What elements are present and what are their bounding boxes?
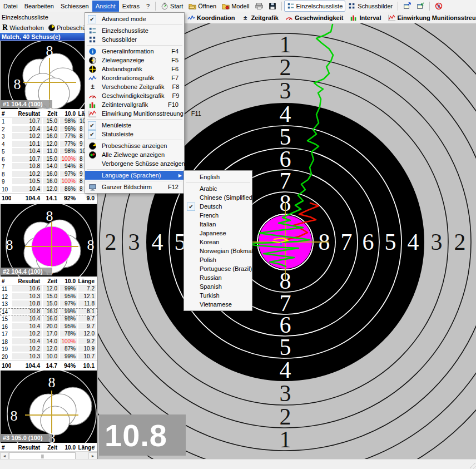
table-row-shot-9[interactable]: 910.516.0100%8 — [0, 178, 97, 186]
menubar-item-ansicht[interactable]: Ansicht — [92, 1, 119, 12]
menu-item-russian[interactable]: Russian — [184, 273, 252, 282]
menu-item-men-leiste[interactable]: ✔Menüleiste — [85, 121, 184, 130]
open-button[interactable]: Öffnen — [186, 1, 219, 12]
menu-item-schussbilder[interactable]: Schussbilder — [85, 35, 184, 44]
resize-grip[interactable] — [468, 461, 475, 468]
table-row-shot-1[interactable]: 110.715.098%10 — [0, 118, 97, 126]
table-row-shot-11[interactable]: 1110.612.099%7.2 — [0, 285, 97, 293]
menubar-item-extras[interactable]: Extras — [119, 1, 143, 12]
menu-item-english[interactable]: English — [184, 172, 252, 181]
column-header[interactable]: Zeit — [42, 445, 59, 451]
wiederholen-button[interactable]: R Wiederholen — [0, 23, 46, 32]
table-row-shot-15[interactable]: 1510.416.098%9.7 — [0, 315, 97, 323]
menu-item-ganzer-bildschirm[interactable]: Ganzer BildschirmF12 — [85, 182, 184, 191]
table-row-shot-12[interactable]: 1210.315.095%12.1 — [0, 293, 97, 301]
menu-item-spanish[interactable]: Spanish — [184, 282, 252, 291]
block-button[interactable] — [432, 1, 445, 12]
menu-item-chinese-simplified-[interactable]: Chinese (Simplified) — [184, 193, 252, 202]
save-button[interactable] — [266, 1, 279, 12]
menubar-item-bearbeiten[interactable]: Bearbeiten — [21, 1, 57, 12]
shot-table-2[interactable]: #ResultatZeit10.0Länge1110.612.099%7.212… — [0, 277, 97, 370]
table-row-shot-6[interactable]: 610.715.0100%8 — [0, 156, 97, 164]
export-window-button[interactable] — [400, 1, 414, 12]
scroll-down-arrow-icon[interactable]: ▼ — [92, 445, 96, 450]
menu-item-abstandsgrafik[interactable]: AbstandsgrafikF6 — [85, 65, 184, 73]
match-title-bar: Match, 40 Schuss(e) — [0, 33, 97, 41]
menubar-item-datei[interactable]: Datei — [0, 1, 21, 12]
munitionsstreuung-button[interactable]: Einwirkung Munitionsstreuung — [385, 13, 476, 23]
shot-target-thumb-1[interactable]: 8888#1 104.4 (100) — [1, 41, 97, 109]
menu-item-probesch-sse-anzeigen[interactable]: Probeschüsse anzeigen — [85, 141, 184, 150]
table-row-shot-16[interactable]: 1610.420.095%9.7 — [0, 323, 97, 331]
interval-button[interactable]: Interval — [346, 13, 384, 23]
menu-item-verschobene-zeitgrafik[interactable]: ±Verschobene ZeitgrafikF8 — [85, 82, 184, 91]
column-header[interactable]: 10.0 — [59, 278, 77, 284]
menu-item-einwirkung-munitionsstreuung[interactable]: Einwirkung MunitionsstreuungF11 — [85, 109, 184, 118]
shot-table-1[interactable]: #ResultatZeit10.0Länge110.715.098%10210.… — [0, 110, 97, 203]
panel-horizontal-scrollbar[interactable]: ◄ ► — [0, 451, 97, 460]
table-row-shot-10[interactable]: 1010.412.086%8 — [0, 186, 97, 194]
menu-item-deutsch[interactable]: ✔Deutsch — [184, 202, 252, 211]
menu-item-einzelschussliste[interactable]: Einzelschussliste — [85, 26, 184, 35]
total-cell: 10.1 — [77, 362, 96, 369]
menu-item-advanced-mode[interactable]: ✔Advanced mode — [85, 14, 184, 23]
window-settings-button[interactable] — [414, 1, 427, 12]
column-header[interactable]: 10.0 — [59, 111, 77, 117]
column-header[interactable]: # — [0, 278, 11, 284]
menu-item-arabic[interactable]: Arabic — [184, 184, 252, 193]
column-header[interactable]: Länge — [77, 278, 96, 284]
column-header[interactable]: Resultat — [11, 111, 42, 117]
koordination-button[interactable]: Koordination — [184, 13, 238, 23]
menu-item-norwegian-bokmal-[interactable]: Norwegian (Bokmal) — [184, 246, 252, 255]
column-header[interactable]: Zeit — [42, 278, 59, 284]
menu-item-italian[interactable]: Italian — [184, 220, 252, 229]
menu-item-turkish[interactable]: Turkish — [184, 291, 252, 300]
menu-item-zeitintervallgrafik[interactable]: ZeitintervallgrafikF10 — [85, 100, 184, 109]
table-row-shot-8[interactable]: 810.216.097%9 — [0, 171, 97, 179]
menu-item-alle-zielwege-anzeigen[interactable]: Alle Zielwege anzeigen — [85, 150, 184, 159]
column-header[interactable]: Zeit — [42, 111, 59, 117]
table-row-shot-7[interactable]: 710.814.094%8 — [0, 163, 97, 171]
shot-target-thumb-3[interactable]: 888#3 105.0 (100) — [1, 371, 97, 443]
table-row-shot-20[interactable]: 2010.310.099%10.7 — [0, 353, 97, 361]
column-header[interactable]: Resultat — [11, 445, 42, 451]
menu-item-verborgene-sch-sse-anzeigen[interactable]: Verborgene Schüsse anzeigen — [85, 159, 184, 168]
menu-item-generalinformation[interactable]: iGeneralinformationF4 — [85, 47, 184, 56]
model-button[interactable]: Modell — [219, 1, 252, 12]
shot-target-thumb-2[interactable]: 8888#2 104.4 (100) — [1, 204, 97, 277]
table-row-shot-17[interactable]: 1710.217.078%12.0 — [0, 330, 97, 338]
column-header[interactable]: 10.0 — [59, 445, 77, 451]
column-header[interactable]: # — [0, 111, 11, 117]
table-row-shot-18[interactable]: 1810.414.0100%9.2 — [0, 338, 97, 346]
menu-item-portuguese-brazil-[interactable]: Portuguese (Brazil) — [184, 264, 252, 273]
menu-item-japanese[interactable]: Japanese — [184, 229, 252, 238]
menu-item-statusleiste[interactable]: ✔Statusleiste — [85, 130, 184, 139]
menubar-item-schiessen[interactable]: Schiessen — [57, 1, 92, 12]
menu-item-vietnamese[interactable]: Vietnamese — [184, 300, 252, 309]
menu-item-koordinationsgrafik[interactable]: KoordinationsgrafikF7 — [85, 73, 184, 82]
geschwindigkeit-button[interactable]: Geschwindigkeit — [282, 13, 346, 23]
print-button[interactable] — [252, 1, 266, 12]
shot-images-button[interactable]: Schussbilder — [345, 1, 395, 12]
table-row-shot-19[interactable]: 1910.212.087%10.9 — [0, 345, 97, 353]
menubar-item-?[interactable]: ? — [143, 1, 153, 12]
column-header[interactable]: Resultat — [11, 278, 42, 284]
table-row-shot-2[interactable]: 210.414.096%8 — [0, 126, 97, 134]
table-row-shot-4[interactable]: 410.112.077%9 — [0, 141, 97, 149]
table-cell: 10.2 — [11, 345, 42, 353]
table-row-shot-3[interactable]: 310.216.077%8 — [0, 133, 97, 141]
menu-item-korean[interactable]: Korean — [184, 238, 252, 246]
menu-item-geschwindigkeitsgrafik[interactable]: GeschwindigkeitsgrafikF9 — [85, 91, 184, 100]
zeitgrafik-button[interactable]: ±Zeitgrafik — [238, 13, 282, 23]
start-button[interactable]: Start — [158, 1, 186, 12]
shot-list-button[interactable]: Einzelschussliste — [284, 1, 346, 12]
column-header[interactable]: # — [0, 445, 11, 451]
table-row-shot-5[interactable]: 510.411.098%10 — [0, 148, 97, 156]
menu-item-french[interactable]: French — [184, 211, 252, 220]
menu-item-language-sprachen-[interactable]: Language (Sprachen)▶ — [85, 171, 184, 180]
menu-item-polish[interactable]: Polish — [184, 255, 252, 264]
menu-item-zielweganzeige[interactable]: ZielweganzeigeF5 — [85, 56, 184, 65]
table-row-shot-13[interactable]: 1310.815.097%11.8 — [0, 300, 97, 308]
shot-table-3[interactable]: #ResultatZeit10.0Länge▼ — [0, 443, 97, 452]
table-row-shot-14[interactable]: 1410.816.099%8.1 — [0, 308, 97, 316]
